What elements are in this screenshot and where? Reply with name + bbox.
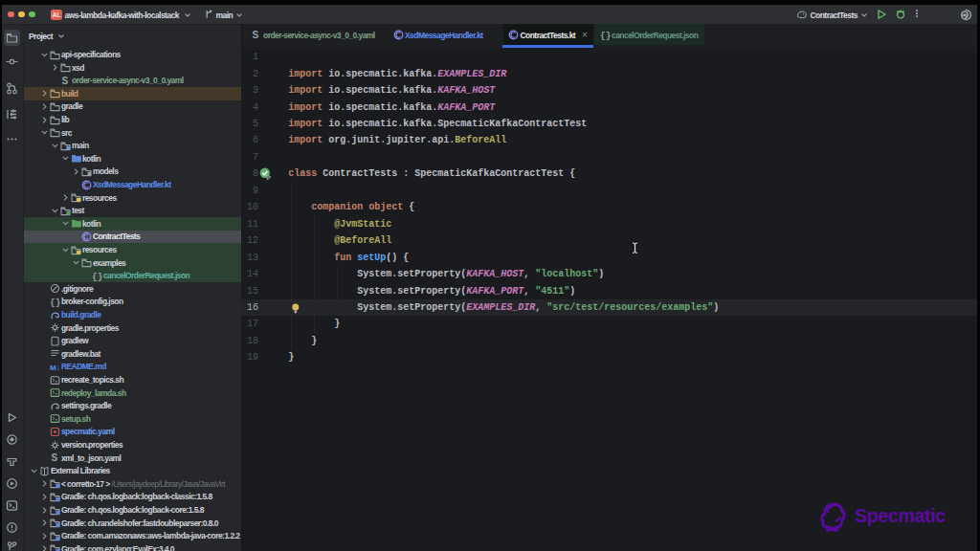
svg-text:{}: {} [92,272,102,281]
svg-text:{}: {} [600,31,611,40]
svg-text:M↓: M↓ [50,363,60,371]
svg-text:Specmatic: Specmatic [855,505,946,526]
svg-text:S: S [52,452,58,463]
svg-text:S: S [253,30,259,40]
svg-text:{}: {} [50,298,60,307]
svg-text:S: S [62,76,69,86]
